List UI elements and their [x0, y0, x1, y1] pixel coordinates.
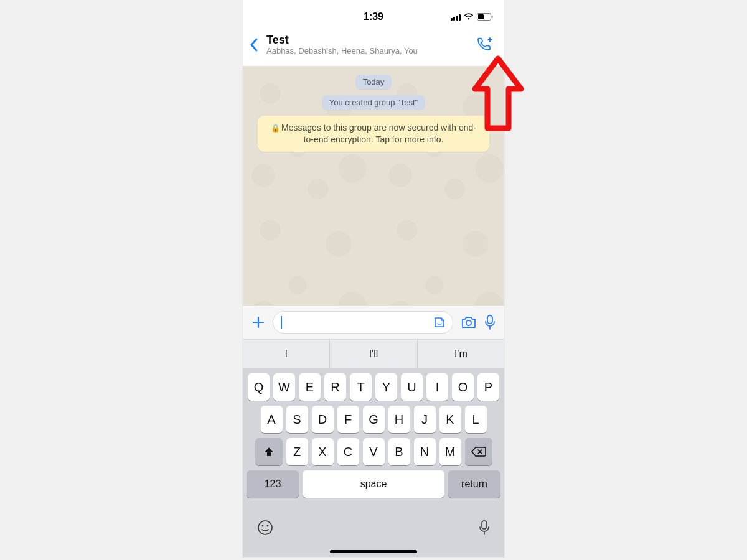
key-k[interactable]: K	[439, 406, 461, 433]
key-v[interactable]: V	[363, 438, 385, 465]
key-row-1: Q W E R T Y U I O P	[243, 368, 504, 401]
wifi-icon	[464, 13, 474, 21]
battery-icon	[477, 13, 493, 21]
key-s[interactable]: S	[286, 406, 308, 433]
key-n[interactable]: N	[414, 438, 436, 465]
key-w[interactable]: W	[273, 373, 295, 401]
key-h[interactable]: H	[388, 406, 410, 433]
status-icons	[449, 13, 493, 21]
key-d[interactable]: D	[312, 406, 334, 433]
emoji-icon	[256, 519, 274, 536]
lock-icon: 🔒	[271, 124, 280, 133]
home-indicator[interactable]	[330, 550, 417, 553]
message-input-bar	[243, 306, 504, 339]
keyboard-footer	[243, 498, 504, 557]
plus-icon	[251, 315, 265, 329]
chat-title: Test	[266, 34, 476, 47]
key-row-bottom: 123 space return	[243, 465, 504, 498]
key-f[interactable]: F	[337, 406, 359, 433]
key-g[interactable]: G	[363, 406, 385, 433]
key-m[interactable]: M	[439, 438, 461, 465]
phone-frame: 1:39	[243, 0, 504, 557]
key-p[interactable]: P	[477, 373, 499, 401]
keyboard: I I'll I'm Q W E R T Y U I O P A S D F	[243, 339, 504, 557]
key-e[interactable]: E	[299, 373, 321, 401]
key-u[interactable]: U	[401, 373, 423, 401]
key-a[interactable]: A	[261, 406, 283, 433]
attach-button[interactable]	[251, 315, 265, 329]
chat-messages-area[interactable]: Today You created group "Test" 🔒Messages…	[243, 66, 504, 306]
key-i[interactable]: I	[426, 373, 448, 401]
svg-point-5	[258, 521, 272, 534]
key-row-3: Z X C V B N M	[243, 433, 504, 465]
key-row-2: A S D F G H J K L	[243, 401, 504, 433]
key-t[interactable]: T	[350, 373, 372, 401]
svg-point-6	[262, 525, 264, 526]
key-space[interactable]: space	[303, 470, 444, 498]
svg-point-7	[267, 525, 269, 526]
suggestion-0[interactable]: I	[243, 340, 329, 368]
key-backspace[interactable]	[465, 438, 492, 465]
system-message: You created group "Test"	[322, 95, 425, 110]
key-q[interactable]: Q	[248, 373, 270, 401]
encryption-notice[interactable]: 🔒Messages to this group are now secured …	[258, 116, 489, 152]
svg-point-3	[466, 320, 471, 325]
camera-button[interactable]	[461, 315, 477, 329]
key-numeric[interactable]: 123	[247, 470, 299, 498]
status-bar: 1:39	[243, 0, 504, 27]
dictation-button[interactable]	[478, 519, 491, 536]
key-y[interactable]: Y	[375, 373, 397, 401]
dictation-icon	[478, 519, 491, 536]
svg-rect-2	[492, 16, 493, 19]
key-x[interactable]: X	[312, 438, 334, 465]
text-cursor	[281, 316, 282, 329]
suggestion-1[interactable]: I'll	[329, 340, 416, 368]
sticker-icon	[433, 315, 446, 329]
chat-title-block[interactable]: Test Aabhas, Debashish, Heena, Shaurya, …	[266, 34, 476, 56]
key-shift[interactable]	[255, 438, 283, 465]
voice-message-button[interactable]	[484, 314, 496, 330]
encryption-notice-text: Messages to this group are now secured w…	[281, 123, 476, 144]
cellular-signal-icon	[451, 13, 461, 21]
svg-rect-8	[482, 521, 487, 529]
microphone-icon	[484, 314, 496, 330]
key-return[interactable]: return	[448, 470, 500, 498]
suggestion-bar: I I'll I'm	[243, 339, 504, 368]
backspace-icon	[471, 446, 486, 457]
key-j[interactable]: J	[414, 406, 436, 433]
group-call-button[interactable]	[476, 37, 497, 53]
shift-icon	[263, 446, 275, 458]
phone-plus-icon	[476, 37, 494, 53]
chat-header: Test Aabhas, Debashish, Heena, Shaurya, …	[243, 27, 504, 66]
key-o[interactable]: O	[452, 373, 474, 401]
back-button[interactable]	[249, 37, 266, 52]
key-b[interactable]: B	[388, 438, 410, 465]
sticker-button[interactable]	[433, 315, 446, 329]
key-c[interactable]: C	[337, 438, 359, 465]
status-time: 1:39	[298, 11, 449, 22]
emoji-keyboard-button[interactable]	[256, 519, 274, 536]
chevron-left-icon	[249, 37, 259, 52]
suggestion-2[interactable]: I'm	[417, 340, 504, 368]
message-input[interactable]	[273, 311, 453, 334]
date-chip: Today	[355, 75, 392, 89]
svg-rect-4	[487, 315, 492, 324]
svg-rect-1	[478, 14, 484, 19]
chat-participants: Aabhas, Debashish, Heena, Shaurya, You	[266, 47, 476, 56]
key-z[interactable]: Z	[286, 438, 308, 465]
key-l[interactable]: L	[465, 406, 487, 433]
camera-icon	[461, 315, 477, 329]
key-r[interactable]: R	[324, 373, 346, 401]
